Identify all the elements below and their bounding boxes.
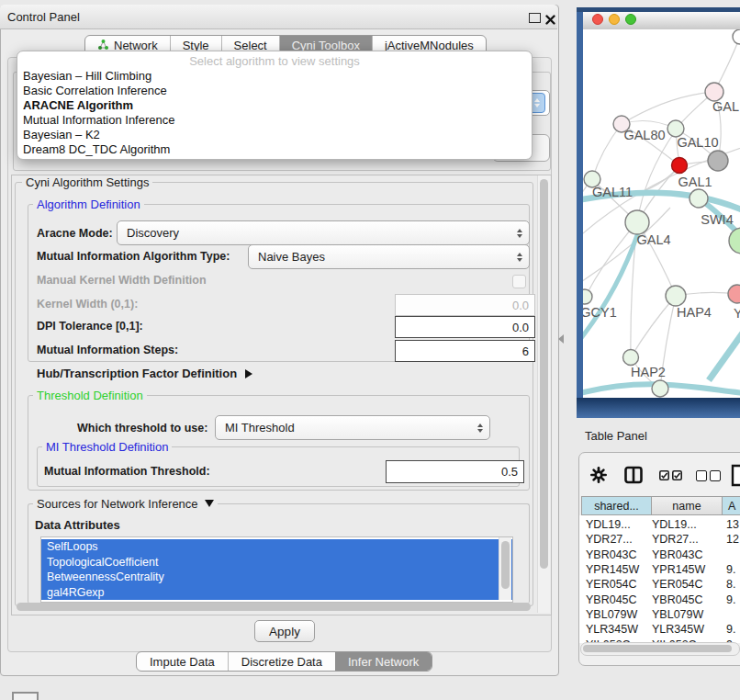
- application-root: Control Panel Network Style Select Cyni …: [0, 0, 740, 700]
- dpi-tolerance-field[interactable]: 0.0: [395, 316, 535, 338]
- close-traffic-light-icon[interactable]: [592, 14, 603, 25]
- node-label: GAL4: [636, 232, 670, 247]
- tab-discretize-data[interactable]: Discretize Data: [228, 652, 335, 671]
- table-row[interactable]: YBR043CYBR043C: [579, 548, 740, 562]
- mi-threshold-legend: MI Threshold Definition: [42, 440, 172, 454]
- column-header-name[interactable]: name: [651, 496, 723, 515]
- dropdown-item-basic-correlation[interactable]: Basic Correlation Inference: [17, 84, 532, 98]
- node-bottom[interactable]: [652, 380, 668, 397]
- column-header-third[interactable]: A: [722, 496, 740, 515]
- dropdown-item-dream8[interactable]: Dream8 DC_TDC Algorithm: [17, 142, 532, 157]
- manual-kernel-width-checkbox[interactable]: [512, 275, 526, 288]
- node-bright-green[interactable]: [729, 228, 740, 254]
- list-item-betweennesscentrality[interactable]: BetweennessCentrality: [41, 570, 512, 585]
- dpi-tolerance-label: DPI Tolerance [0,1]:: [37, 320, 143, 333]
- tab-impute-data[interactable]: Impute Data: [137, 652, 228, 671]
- control-panel-titlebar[interactable]: [0, 5, 557, 29]
- node-hap2[interactable]: [623, 350, 639, 366]
- traffic-lights: [592, 14, 636, 25]
- minimize-traffic-light-icon[interactable]: [609, 14, 620, 25]
- combo-arrows-icon: [477, 423, 483, 433]
- table-row[interactable]: YBR045CYBR045C9.: [579, 592, 740, 606]
- node-label: GAL80: [623, 128, 665, 142]
- which-threshold-combobox[interactable]: MI Threshold: [215, 415, 490, 440]
- mi-steps-field[interactable]: 6: [395, 340, 535, 362]
- table-row[interactable]: YDL19...YDL19...13: [579, 517, 740, 532]
- float-window-icon[interactable]: [529, 13, 541, 23]
- node-label: GAL1: [678, 175, 712, 189]
- node-gal4[interactable]: [625, 210, 649, 234]
- node-swi4[interactable]: [690, 189, 708, 208]
- table-row[interactable]: YER054CYER054C8.: [579, 577, 740, 592]
- node-label: HAP2: [631, 365, 666, 379]
- file-icon[interactable]: [731, 464, 740, 491]
- collapse-arrow-icon: [205, 500, 214, 507]
- list-vertical-scrollbar[interactable]: [499, 537, 511, 600]
- list-item-gal4rgexp[interactable]: gal4RGexp: [41, 585, 512, 601]
- hub-definition-toggle[interactable]: Hub/Transcription Factor Definition: [37, 367, 252, 380]
- settings-horizontal-scrollbar[interactable]: [15, 601, 534, 613]
- table-row[interactable]: YDR27...YDR27...12: [579, 532, 740, 547]
- node-label: GCY1: [583, 305, 617, 320]
- close-icon[interactable]: [545, 12, 555, 28]
- node-label: Y: [734, 306, 740, 321]
- node-gal-pink[interactable]: [705, 83, 723, 101]
- node-label: GAL11: [592, 185, 633, 199]
- dropdown-item-mutual-information[interactable]: Mutual Information Inference: [17, 113, 532, 128]
- node-unlabeled[interactable]: [733, 29, 740, 44]
- manual-kernel-width-label: Manual Kernel Width Definition: [37, 274, 207, 287]
- table-horizontal-scrollbar[interactable]: [580, 642, 740, 656]
- dropdown-item-bayesian-hill-climbing[interactable]: Bayesian – Hill Climbing: [17, 69, 532, 84]
- network-graph: GAL GAL80 GAL10 GAL1 GAL11 SWI4 GAL4 GCY…: [583, 29, 740, 398]
- table-panel-title: Table Panel: [585, 429, 647, 443]
- network-window-bottom-border: [577, 398, 740, 418]
- deselect-checks-icon[interactable]: [696, 470, 721, 481]
- dropdown-item-aracne[interactable]: ARACNE Algorithm: [17, 98, 532, 113]
- zoom-traffic-light-icon[interactable]: [625, 14, 636, 25]
- minimized-panel-icon[interactable]: [12, 692, 39, 700]
- select-all-checks-icon[interactable]: [659, 470, 682, 480]
- settings-vertical-scrollbar[interactable]: [537, 175, 550, 613]
- node-label: SWI4: [701, 212, 733, 227]
- list-item-selfloops[interactable]: SelfLoops: [41, 539, 512, 555]
- network-canvas[interactable]: GAL GAL80 GAL10 GAL1 GAL11 SWI4 GAL4 GCY…: [583, 29, 740, 398]
- dropdown-prompt: Select algorithm to view settings: [17, 51, 532, 69]
- mi-algorithm-type-combobox[interactable]: Naive Bayes: [248, 244, 530, 269]
- aracne-mode-label: Aracne Mode:: [37, 227, 113, 240]
- node-gray[interactable]: [708, 151, 728, 171]
- apply-button[interactable]: Apply: [254, 620, 315, 642]
- sources-toggle[interactable]: Sources for Network Inference: [33, 497, 218, 511]
- node-gcy1[interactable]: [583, 289, 592, 304]
- list-item-topologicalcoefficient[interactable]: TopologicalCoefficient: [41, 555, 512, 570]
- dropdown-item-bayesian-k2[interactable]: Bayesian – K2: [17, 128, 532, 142]
- bottom-tabbar: Impute Data Discretize Data Infer Networ…: [136, 651, 432, 672]
- node-gal1-red[interactable]: [672, 158, 688, 174]
- splitter-handle-icon[interactable]: [558, 334, 564, 344]
- aracne-mode-combobox[interactable]: Discovery: [117, 220, 530, 245]
- kernel-width-field[interactable]: 0.0: [395, 294, 535, 316]
- table-row[interactable]: YBL079WYBL079W: [579, 607, 740, 622]
- mi-threshold-label: Mutual Information Threshold:: [44, 465, 210, 478]
- node-hap4[interactable]: [666, 286, 686, 306]
- node-label: GAL10: [677, 135, 718, 150]
- data-attributes-listbox: SelfLoops TopologicalCoefficient Between…: [40, 536, 513, 603]
- gear-icon[interactable]: [590, 467, 607, 487]
- table-row[interactable]: YPR145WYPR145W9.: [579, 562, 740, 577]
- data-attributes-label: Data Attributes: [35, 518, 120, 532]
- mi-algorithm-type-label: Mutual Information Algorithm Type:: [37, 250, 230, 263]
- columns-icon[interactable]: [624, 466, 643, 488]
- kernel-width-label: Kernel Width (0,1):: [37, 298, 138, 310]
- algorithm-definition-legend: Algorithm Definition: [33, 198, 144, 211]
- control-panel-title: Control Panel: [7, 10, 80, 24]
- algorithm-dropdown-list: Select algorithm to view settings Bayesi…: [17, 51, 533, 160]
- combo-arrows-icon: [517, 253, 522, 262]
- node-label: GAL: [712, 99, 739, 114]
- tab-infer-network[interactable]: Infer Network: [335, 652, 432, 671]
- mi-steps-label: Mutual Information Steps:: [37, 344, 178, 356]
- threshold-definition-legend: Threshold Definition: [33, 389, 147, 402]
- table-rows: YDL19...YDL19...13 YDR27...YDR27...12 YB…: [579, 515, 740, 643]
- mi-threshold-field[interactable]: 0.5: [386, 460, 524, 483]
- node-salmon[interactable]: [728, 285, 740, 303]
- table-row[interactable]: YLR345WYLR345W9.: [579, 622, 740, 637]
- column-header-shared-name[interactable]: shared...: [581, 496, 652, 515]
